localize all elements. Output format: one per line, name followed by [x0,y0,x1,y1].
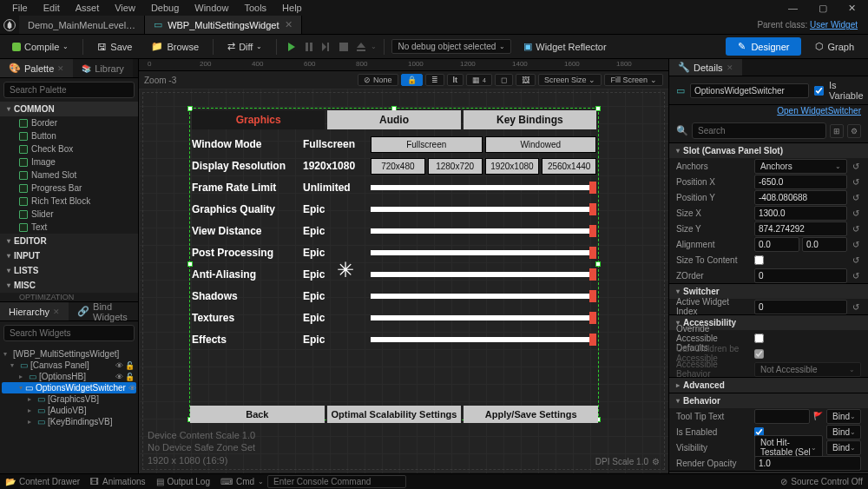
quality-slider[interactable] [371,337,596,342]
palette-item[interactable]: Border [0,116,138,129]
vp-image-button[interactable]: 🖼 [516,74,536,86]
palette-item[interactable]: Text [0,221,138,234]
lock-icon[interactable]: 🔓 [125,361,135,370]
alignment-x-input[interactable] [754,237,799,252]
optimal-settings-button[interactable]: Optimal Scalability Settings [327,406,462,423]
widget-reflector-button[interactable]: ▣Widget Reflector [516,38,613,55]
position-y-input[interactable] [754,190,847,205]
reset-icon[interactable]: ↺ [851,177,861,187]
ue-logo-icon[interactable] [0,16,19,35]
apply-save-button[interactable]: Apply/Save Settings [464,406,598,423]
tree-item[interactable]: ▾▭[Canvas Panel]👁🔓 [2,360,136,371]
stop-button[interactable] [336,39,352,55]
eject-button[interactable] [353,39,369,55]
section-advanced[interactable]: Advanced [669,377,868,393]
tree-item[interactable]: ▸▭[GraphicsVB] [2,393,136,405]
frame-skip-button[interactable] [319,39,334,55]
tree-item[interactable]: ▸▭[AudioVB] [2,405,136,416]
reset-icon[interactable]: ↺ [851,224,861,234]
back-button[interactable]: Back [190,406,325,423]
vp-grid-button[interactable]: ▦4 [466,74,492,86]
parent-class-link[interactable]: User Widget [810,20,858,30]
close-icon[interactable]: ✕ [727,63,733,72]
reset-icon[interactable]: ↺ [851,193,861,202]
palette-item[interactable]: Progress Bar [0,182,138,195]
menu-view[interactable]: View [108,1,142,15]
ui-tab-graphics[interactable]: Graphics [192,110,325,129]
console-command-input[interactable] [267,475,406,488]
play-button[interactable] [284,39,299,55]
tooltip-text-input[interactable] [754,409,810,424]
source-control-icon[interactable] [780,477,787,486]
palette-item[interactable]: Image [0,155,138,169]
browse-button[interactable]: 📁Browse [144,38,206,55]
palette-item[interactable]: Slider [0,208,138,221]
section-behavior[interactable]: Behavior [669,393,868,408]
category-lists[interactable]: LISTS [0,263,138,278]
library-tab[interactable]: Library [73,59,133,77]
menu-debug[interactable]: Debug [144,1,186,15]
is-variable-checkbox[interactable] [814,86,824,96]
object-name-input[interactable] [690,83,809,98]
bind-dropdown[interactable]: Bind [826,425,861,439]
vp-layout-button[interactable]: ≣ [425,74,444,86]
quality-slider[interactable] [371,207,596,212]
active-index-input[interactable] [754,300,847,314]
ui-tab-keybindings[interactable]: Key Bindings [464,110,596,129]
source-control-button[interactable]: Source Control Off [791,477,863,486]
reset-icon[interactable]: ↺ [851,240,861,249]
size-to-content-checkbox[interactable] [754,255,764,265]
tree-item[interactable]: ▸▭[OptionsHB]👁🔓 [2,371,136,382]
gear-icon[interactable]: ⚙ [652,457,660,466]
close-icon[interactable]: ✕ [841,1,863,16]
option-button[interactable]: 1920x1080 [485,158,540,175]
close-icon[interactable]: ✕ [53,307,60,316]
slider-thumb[interactable] [589,247,596,259]
alignment-y-input[interactable] [802,237,847,252]
menu-tools[interactable]: Tools [237,1,273,15]
pause-button[interactable] [301,39,317,55]
size-x-input[interactable] [754,206,847,221]
hierarchy-search-input[interactable] [3,325,135,341]
fill-screen-dropdown[interactable]: Fill Screen⌄ [604,74,663,86]
maximize-icon[interactable]: ▢ [812,1,834,16]
quality-slider[interactable] [371,294,596,299]
tree-item[interactable]: ▸▭[KeyBindingsVB] [2,416,136,427]
screen-size-dropdown[interactable]: Screen Size⌄ [538,74,602,86]
quality-slider[interactable] [371,315,596,320]
tree-root[interactable]: ▾[WBP_MultiSettingsWidget] [2,348,136,360]
designer-mode-button[interactable]: ✎Designer [726,37,801,56]
minimize-icon[interactable]: — [781,1,805,16]
slider-thumb[interactable] [589,268,596,281]
quality-slider[interactable] [371,185,596,190]
gear-icon[interactable]: ⚙ [847,124,861,138]
palette-item[interactable]: Button [0,129,138,142]
menu-window[interactable]: Window [187,1,235,15]
option-button[interactable]: 2560x1440 [542,158,596,175]
category-optimization[interactable]: OPTIMIZATION [0,293,138,301]
menu-help[interactable]: Help [275,1,309,15]
category-editor[interactable]: EDITOR [0,234,138,248]
menu-asset[interactable]: Asset [69,1,107,15]
flag-icon[interactable]: 🚩 [813,412,823,420]
menu-edit[interactable]: Edit [36,1,67,15]
section-slot[interactable]: Slot (Canvas Panel Slot) [669,142,868,158]
option-button[interactable]: Fullscreen [371,136,483,153]
graph-mode-button[interactable]: ⬡Graph [806,37,863,56]
slider-thumb[interactable] [589,203,596,215]
vp-lock-button[interactable]: 🔒 [401,74,423,86]
slider-thumb[interactable] [589,290,596,302]
slider-thumb[interactable] [589,225,596,237]
quality-slider[interactable] [371,228,596,234]
save-button[interactable]: 🖫Save [90,39,139,55]
quality-slider[interactable] [371,250,596,255]
diff-button[interactable]: ⇄Diff⌄ [220,38,269,55]
selection-outline[interactable]: Graphics Audio Key Bindings Window ModeF… [189,108,599,420]
bind-dropdown[interactable]: Bind [826,440,861,455]
menu-file[interactable]: File [5,1,35,15]
grid-view-icon[interactable]: ⊞ [830,124,844,138]
visibility-icon[interactable]: 👁 [128,384,136,393]
close-tab-icon[interactable]: ✕ [285,19,293,30]
palette-search-input[interactable] [3,82,135,98]
option-button[interactable]: Windowed [485,136,597,153]
